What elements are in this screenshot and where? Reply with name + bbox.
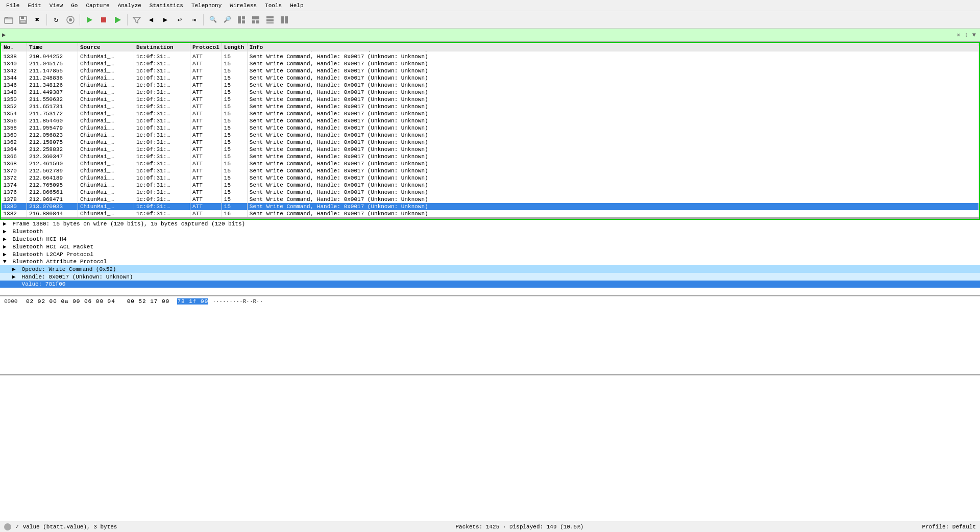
menu-item-tools[interactable]: Tools — [261, 2, 286, 10]
menu-item-edit[interactable]: Edit — [23, 2, 45, 10]
table-row[interactable]: 1354211.753172ChiunMai_…1c:0f:31:…ATT15S… — [2, 110, 979, 117]
table-cell: 216.880844 — [27, 210, 78, 217]
table-row[interactable]: 1370212.562789ChiunMai_…1c:0f:31:…ATT15S… — [2, 167, 979, 174]
filter-button[interactable] — [130, 13, 143, 27]
table-row[interactable]: 1352211.651731ChiunMai_…1c:0f:31:…ATT15S… — [2, 103, 979, 110]
menu-item-capture[interactable]: Capture — [82, 2, 113, 10]
table-cell: 1c:0f:31:… — [134, 139, 190, 146]
detail-hci-h4[interactable]: ▶ Bluetooth HCI H4 — [0, 235, 980, 243]
zoom-in-button[interactable]: 🔍 — [206, 13, 219, 27]
table-row[interactable]: 1374212.765095ChiunMai_…1c:0f:31:…ATT15S… — [2, 182, 979, 189]
detail-hcih4-expand[interactable]: ▶ — [3, 236, 9, 242]
jump-end-button[interactable]: ⇥ — [187, 13, 201, 27]
detail-att[interactable]: ▼ Bluetooth Attribute Protocol — [0, 258, 980, 265]
table-row[interactable]: 1382216.880844ChiunMai_…1c:0f:31:…ATT16S… — [2, 210, 979, 217]
table-row[interactable]: 1344211.248836ChiunMai_…1c:0f:31:…ATT15S… — [2, 74, 979, 82]
col-header-no[interactable]: No. — [2, 43, 27, 52]
menu-item-view[interactable]: View — [45, 2, 67, 10]
menu-item-analyze[interactable]: Analyze — [114, 2, 145, 10]
col-header-protocol[interactable]: Protocol — [190, 43, 222, 52]
detail-hciacl-expand[interactable]: ▶ — [3, 243, 9, 250]
table-cell: 212.866561 — [27, 189, 78, 196]
detail-hci-acl[interactable]: ▶ Bluetooth HCI ACL Packet — [0, 243, 980, 250]
menu-item-help[interactable]: Help — [286, 2, 307, 10]
detail-handle[interactable]: ▶ Handle: 0x0017 (Unknown: Unknown) — [0, 273, 980, 281]
table-cell: 15 — [222, 103, 247, 110]
detail-opcode-expand[interactable]: ▶ — [12, 266, 18, 272]
back-button[interactable]: ◀ — [144, 13, 158, 27]
detail-bluetooth[interactable]: ▶ Bluetooth — [0, 227, 980, 235]
table-row[interactable]: 1350211.550632ChiunMai_…1c:0f:31:…ATT15S… — [2, 96, 979, 103]
table-row[interactable]: 1338210.944252ChiunMai_…1c:0f:31:…ATT15S… — [2, 53, 979, 60]
table-row[interactable]: 1342211.147855ChiunMai_…1c:0f:31:…ATT15S… — [2, 67, 979, 74]
table-row[interactable]: 1366212.360347ChiunMai_…1c:0f:31:…ATT15S… — [2, 153, 979, 160]
col-header-length[interactable]: Length — [222, 43, 247, 52]
table-cell: ATT — [190, 160, 222, 167]
table-cell: ChiunMai_… — [78, 82, 134, 89]
filter-dropdown-button[interactable]: ▼ — [970, 32, 978, 39]
zoom-out-button[interactable]: 🔎 — [220, 13, 234, 27]
table-cell: 211.651731 — [27, 103, 78, 110]
col-header-time[interactable]: Time — [27, 43, 78, 52]
detail-frame[interactable]: ▶ Frame 1380: 15 bytes on wire (120 bits… — [0, 220, 980, 227]
packet-list-container[interactable]: No. Time Source Destination Protocol Len… — [1, 43, 979, 219]
table-row[interactable]: 1348211.449387ChiunMai_…1c:0f:31:…ATT15S… — [2, 89, 979, 96]
menu-item-statistics[interactable]: Statistics — [145, 2, 187, 10]
open-file-button[interactable] — [2, 13, 15, 27]
filter-input[interactable]: btatt — [9, 32, 954, 38]
forward-button[interactable]: ▶ — [159, 13, 172, 27]
close-file-button[interactable]: ✖ — [31, 13, 44, 27]
table-cell: 1358 — [2, 124, 27, 132]
table-cell: ChiunMai_… — [78, 146, 134, 153]
options-button[interactable] — [64, 13, 77, 27]
table-row[interactable]: 1364212.258832ChiunMai_…1c:0f:31:…ATT15S… — [2, 146, 979, 153]
detail-value[interactable]: Value: 781f00 — [0, 281, 980, 288]
col-header-destination[interactable]: Destination — [134, 43, 190, 52]
detail-l2cap[interactable]: ▶ Bluetooth L2CAP Protocol — [0, 250, 980, 258]
table-row[interactable]: 1378212.968471ChiunMai_…1c:0f:31:…ATT15S… — [2, 196, 979, 203]
menu-item-file[interactable]: File — [2, 2, 23, 10]
capture-start-button[interactable] — [83, 13, 96, 27]
table-row[interactable]: 1362212.158075ChiunMai_…1c:0f:31:…ATT15S… — [2, 139, 979, 146]
table-row[interactable]: 1368212.461590ChiunMai_…1c:0f:31:…ATT15S… — [2, 160, 979, 167]
detail-handle-expand[interactable]: ▶ — [12, 273, 18, 280]
table-cell: 1368 — [2, 160, 27, 167]
table-row[interactable]: 1356211.854460ChiunMai_…1c:0f:31:…ATT15S… — [2, 117, 979, 124]
layout-2-button[interactable] — [249, 13, 262, 27]
detail-bluetooth-expand[interactable]: ▶ — [3, 228, 9, 235]
reload-button[interactable]: ↻ — [50, 13, 63, 27]
table-row[interactable]: 1346211.348126ChiunMai_…1c:0f:31:…ATT15S… — [2, 82, 979, 89]
detail-bluetooth-text: Bluetooth — [13, 229, 43, 235]
col-header-info[interactable]: Info — [247, 43, 978, 52]
menu-item-go[interactable]: Go — [67, 2, 82, 10]
capture-restart-button[interactable] — [111, 13, 125, 27]
table-row[interactable]: 1380213.070033ChiunMai_…1c:0f:31:…ATT15S… — [2, 203, 979, 210]
detail-l2cap-expand[interactable]: ▶ — [3, 251, 9, 258]
jump-back-button[interactable]: ↩ — [173, 13, 186, 27]
layout-3-button[interactable] — [263, 13, 277, 27]
layout-1-button[interactable] — [235, 13, 248, 27]
table-row[interactable]: 1360212.056823ChiunMai_…1c:0f:31:…ATT15S… — [2, 132, 979, 139]
table-row[interactable]: 1358211.955479ChiunMai_…1c:0f:31:…ATT15S… — [2, 124, 979, 132]
layout-4-button[interactable] — [278, 13, 291, 27]
table-cell: ChiunMai_… — [78, 60, 134, 67]
table-row[interactable]: 1376212.866561ChiunMai_…1c:0f:31:…ATT15S… — [2, 189, 979, 196]
menu-item-telephony[interactable]: Telephony — [187, 2, 226, 10]
detail-frame-expand[interactable]: ▶ — [3, 220, 9, 227]
packet-detail-panel[interactable]: ▶ Frame 1380: 15 bytes on wire (120 bits… — [0, 220, 980, 296]
detail-att-expand[interactable]: ▼ — [3, 259, 9, 265]
filterbar: ▶ btatt ✕ ↕ ▼ — [0, 29, 980, 42]
filter-expand-button[interactable]: ↕ — [963, 32, 970, 39]
capture-stop-button[interactable] — [97, 13, 110, 27]
hex-dump-panel[interactable]: 0000 02 02 00 0a 00 06 00 04 00 52 17 00… — [0, 296, 980, 375]
filter-clear-button[interactable]: ✕ — [954, 31, 962, 39]
col-header-source[interactable]: Source — [78, 43, 134, 52]
save-button[interactable] — [16, 13, 30, 27]
table-row[interactable]: 1340211.045175ChiunMai_…1c:0f:31:…ATT15S… — [2, 60, 979, 67]
table-cell: 212.461590 — [27, 160, 78, 167]
table-cell: ChiunMai_… — [78, 182, 134, 189]
table-cell: 1c:0f:31:… — [134, 174, 190, 182]
menu-item-wireless[interactable]: Wireless — [226, 2, 261, 10]
table-row[interactable]: 1372212.664189ChiunMai_…1c:0f:31:…ATT15S… — [2, 174, 979, 182]
detail-opcode[interactable]: ▶ Opcode: Write Command (0x52) — [0, 265, 980, 273]
